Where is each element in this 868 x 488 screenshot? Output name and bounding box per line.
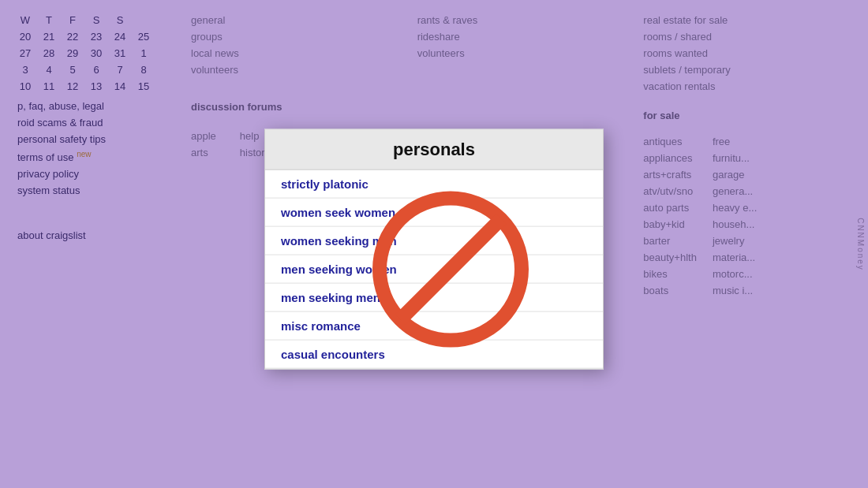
calendar: W T F S S 20 21 22 23 24 25 27 28 29 30 … <box>17 14 172 92</box>
bg-link-household: househ... <box>713 218 757 230</box>
calendar-header-row: W T F S S <box>17 14 172 26</box>
personals-modal: personals strictly platonic women seek w… <box>264 129 604 369</box>
right-column: real estate for sale rooms / shared room… <box>634 8 860 480</box>
bg-link-general2: genera... <box>713 185 757 197</box>
bg-link-faq: p, faq, abuse, legal <box>17 100 172 112</box>
bg-link-babykid: baby+kid <box>643 218 697 230</box>
bg-forsale-items: antiques appliances arts+crafts atv/utv/… <box>643 136 851 301</box>
calendar-row-2: 27 28 29 30 31 1 <box>17 47 172 59</box>
bg-link-artscrafts: arts+crafts <box>643 169 697 181</box>
bg-link-rooms-shared: rooms / shared <box>643 31 851 43</box>
bg-link-arts: arts <box>191 147 216 158</box>
modal-header: personals <box>265 129 603 169</box>
bg-link-boats: boats <box>643 285 697 296</box>
bg-link-antiques: antiques <box>643 136 697 147</box>
bg-link-localnews: local news <box>191 47 398 59</box>
bg-link-motorcycle: motorc... <box>713 268 757 280</box>
bg-link-heavy: heavy e... <box>713 202 757 214</box>
modal-item-strictly-platonic[interactable]: strictly platonic <box>265 169 603 198</box>
bg-link-volunteers2: volunteers <box>417 47 625 59</box>
bg-link-autoparts: auto parts <box>643 202 697 214</box>
bg-link-safety: personal safety tips <box>17 133 172 145</box>
bg-spacer3 <box>191 117 398 125</box>
bg-link-jewelry: jewelry <box>713 235 757 247</box>
calendar-row-4: 10 11 12 13 14 15 <box>17 80 172 92</box>
bg-link-music: music i... <box>713 285 757 296</box>
bg-label-forums: discussion forums <box>191 101 398 113</box>
bg-link-terms: terms of use new <box>17 150 172 163</box>
bg-spacer <box>17 201 172 225</box>
bg-link-bikes: bikes <box>643 268 697 280</box>
bg-link-materials: materia... <box>713 251 757 263</box>
bg-link-groups: groups <box>191 31 398 43</box>
left-column: W T F S S 20 21 22 23 24 25 27 28 29 30 … <box>8 8 181 480</box>
bg-link-rooms-wanted: rooms wanted <box>643 47 851 59</box>
bg-link-appliances: appliances <box>643 152 697 164</box>
modal-item-men-seeking-men[interactable]: men seeking men <box>265 283 603 311</box>
modal-item-casual-encounters[interactable]: casual encounters <box>265 340 603 368</box>
modal-title: personals <box>278 139 590 159</box>
calendar-row-3: 3 4 5 6 7 8 <box>17 64 172 76</box>
bg-link-about: about craigslist <box>17 229 172 241</box>
bg-link-furniture: furnitu... <box>713 152 757 164</box>
bg-link-scams: roid scams & fraud <box>17 117 172 129</box>
bg-link-atv: atv/utv/sno <box>643 185 697 197</box>
bg-link-beauty: beauty+hlth <box>643 251 697 263</box>
cnn-money-watermark: CNNMoney <box>853 214 868 274</box>
bg-link-status: system status <box>17 184 172 196</box>
calendar-row-1: 20 21 22 23 24 25 <box>17 31 172 43</box>
modal-item-men-seeking-women[interactable]: men seeking women <box>265 255 603 283</box>
bg-spacer2 <box>191 80 398 96</box>
bg-link-sublets: sublets / temporary <box>643 64 851 76</box>
bg-link-apple: apple <box>191 130 216 142</box>
bg-link-rideshare: rideshare <box>417 31 625 43</box>
bg-label-forsale: for sale <box>643 110 851 121</box>
bg-link-barter: barter <box>643 235 697 247</box>
bg-link-rants: rants & raves <box>417 14 625 26</box>
bg-link-realestate: real estate for sale <box>643 14 851 26</box>
modal-body: strictly platonic women seek women women… <box>265 169 603 368</box>
bg-link-volunteers: volunteers <box>191 64 398 76</box>
bg-spacer4 <box>643 97 851 105</box>
modal-item-women-seeking-men[interactable]: women seeking men <box>265 226 603 255</box>
bg-link-free: free <box>713 136 757 147</box>
bg-spacer5 <box>643 126 851 131</box>
bg-link-privacy: privacy policy <box>17 168 172 180</box>
bg-link-general: general <box>191 14 398 26</box>
modal-item-women-seek-women[interactable]: women seek women <box>265 198 603 226</box>
bg-link-garage: garage <box>713 169 757 181</box>
modal-item-misc-romance[interactable]: misc romance <box>265 311 603 340</box>
bg-link-vacation: vacation rentals <box>643 80 851 92</box>
